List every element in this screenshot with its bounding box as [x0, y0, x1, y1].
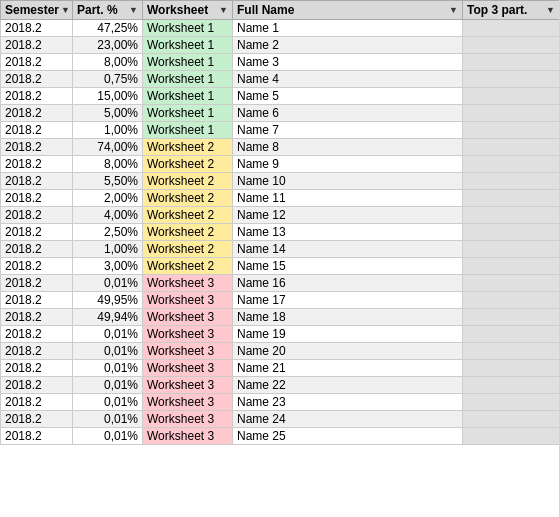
cell-fullname: Name 11 [233, 190, 463, 207]
cell-worksheet: Worksheet 2 [143, 156, 233, 173]
cell-worksheet: Worksheet 2 [143, 139, 233, 156]
table-row: 2018.20,75%Worksheet 1Name 4 [1, 71, 560, 88]
table-row: 2018.28,00%Worksheet 1Name 3 [1, 54, 560, 71]
cell-fullname: Name 23 [233, 394, 463, 411]
cell-worksheet: Worksheet 3 [143, 309, 233, 326]
cell-worksheet: Worksheet 1 [143, 37, 233, 54]
cell-semester: 2018.2 [1, 173, 73, 190]
cell-worksheet: Worksheet 3 [143, 360, 233, 377]
cell-part: 2,50% [73, 224, 143, 241]
cell-part: 0,01% [73, 275, 143, 292]
table-row: 2018.274,00%Worksheet 2Name 8 [1, 139, 560, 156]
semester-dropdown-icon[interactable]: ▼ [61, 5, 70, 15]
cell-semester: 2018.2 [1, 122, 73, 139]
cell-fullname: Name 17 [233, 292, 463, 309]
table-row: 2018.23,00%Worksheet 2Name 15 [1, 258, 560, 275]
cell-semester: 2018.2 [1, 411, 73, 428]
cell-fullname: Name 20 [233, 343, 463, 360]
top3-dropdown-icon[interactable]: ▼ [546, 5, 555, 15]
cell-worksheet: Worksheet 2 [143, 224, 233, 241]
table-row: 2018.20,01%Worksheet 3Name 19 [1, 326, 560, 343]
table-row: 2018.25,50%Worksheet 2Name 10 [1, 173, 560, 190]
cell-fullname: Name 18 [233, 309, 463, 326]
table-row: 2018.20,01%Worksheet 3Name 16 [1, 275, 560, 292]
cell-top3 [463, 428, 560, 445]
cell-semester: 2018.2 [1, 105, 73, 122]
cell-top3 [463, 71, 560, 88]
cell-worksheet: Worksheet 3 [143, 411, 233, 428]
cell-part: 5,00% [73, 105, 143, 122]
cell-semester: 2018.2 [1, 377, 73, 394]
header-semester[interactable]: Semester ▼ [1, 1, 73, 20]
header-fullname[interactable]: Full Name ▼ [233, 1, 463, 20]
header-top3[interactable]: Top 3 part. ▼ [463, 1, 560, 20]
cell-worksheet: Worksheet 3 [143, 326, 233, 343]
cell-semester: 2018.2 [1, 37, 73, 54]
cell-part: 0,01% [73, 377, 143, 394]
table-row: 2018.25,00%Worksheet 1Name 6 [1, 105, 560, 122]
cell-top3 [463, 156, 560, 173]
cell-part: 0,01% [73, 343, 143, 360]
cell-semester: 2018.2 [1, 156, 73, 173]
cell-fullname: Name 5 [233, 88, 463, 105]
cell-part: 0,01% [73, 326, 143, 343]
header-worksheet[interactable]: Worksheet ▼ [143, 1, 233, 20]
cell-worksheet: Worksheet 3 [143, 428, 233, 445]
table-row: 2018.20,01%Worksheet 3Name 24 [1, 411, 560, 428]
cell-top3 [463, 224, 560, 241]
cell-semester: 2018.2 [1, 394, 73, 411]
cell-part: 0,01% [73, 428, 143, 445]
cell-top3 [463, 309, 560, 326]
cell-top3 [463, 20, 560, 37]
cell-fullname: Name 3 [233, 54, 463, 71]
cell-top3 [463, 394, 560, 411]
cell-semester: 2018.2 [1, 343, 73, 360]
cell-semester: 2018.2 [1, 360, 73, 377]
cell-semester: 2018.2 [1, 428, 73, 445]
cell-top3 [463, 241, 560, 258]
table-row: 2018.22,50%Worksheet 2Name 13 [1, 224, 560, 241]
table-row: 2018.28,00%Worksheet 2Name 9 [1, 156, 560, 173]
data-table: Semester ▼ Part. % ▼ Worksheet ▼ Full Na… [0, 0, 559, 445]
table-row: 2018.20,01%Worksheet 3Name 21 [1, 360, 560, 377]
table-row: 2018.20,01%Worksheet 3Name 23 [1, 394, 560, 411]
cell-fullname: Name 9 [233, 156, 463, 173]
cell-fullname: Name 19 [233, 326, 463, 343]
cell-part: 2,00% [73, 190, 143, 207]
table-row: 2018.20,01%Worksheet 3Name 20 [1, 343, 560, 360]
cell-part: 74,00% [73, 139, 143, 156]
part-dropdown-icon[interactable]: ▼ [129, 5, 138, 15]
table-row: 2018.249,95%Worksheet 3Name 17 [1, 292, 560, 309]
cell-semester: 2018.2 [1, 241, 73, 258]
cell-semester: 2018.2 [1, 139, 73, 156]
cell-part: 0,01% [73, 394, 143, 411]
cell-worksheet: Worksheet 1 [143, 54, 233, 71]
worksheet-dropdown-icon[interactable]: ▼ [219, 5, 228, 15]
cell-part: 23,00% [73, 37, 143, 54]
cell-top3 [463, 411, 560, 428]
cell-fullname: Name 7 [233, 122, 463, 139]
cell-semester: 2018.2 [1, 88, 73, 105]
cell-fullname: Name 22 [233, 377, 463, 394]
cell-semester: 2018.2 [1, 224, 73, 241]
cell-top3 [463, 190, 560, 207]
cell-semester: 2018.2 [1, 20, 73, 37]
fullname-dropdown-icon[interactable]: ▼ [449, 5, 458, 15]
cell-part: 3,00% [73, 258, 143, 275]
cell-semester: 2018.2 [1, 275, 73, 292]
table-row: 2018.20,01%Worksheet 3Name 25 [1, 428, 560, 445]
cell-part: 49,95% [73, 292, 143, 309]
cell-part: 8,00% [73, 54, 143, 71]
cell-worksheet: Worksheet 1 [143, 20, 233, 37]
cell-worksheet: Worksheet 1 [143, 88, 233, 105]
cell-part: 5,50% [73, 173, 143, 190]
header-part[interactable]: Part. % ▼ [73, 1, 143, 20]
table-row: 2018.247,25%Worksheet 1Name 1 [1, 20, 560, 37]
cell-semester: 2018.2 [1, 207, 73, 224]
cell-fullname: Name 4 [233, 71, 463, 88]
cell-fullname: Name 1 [233, 20, 463, 37]
header-row: Semester ▼ Part. % ▼ Worksheet ▼ Full Na… [1, 1, 560, 20]
cell-part: 49,94% [73, 309, 143, 326]
table-row: 2018.223,00%Worksheet 1Name 2 [1, 37, 560, 54]
cell-part: 1,00% [73, 122, 143, 139]
